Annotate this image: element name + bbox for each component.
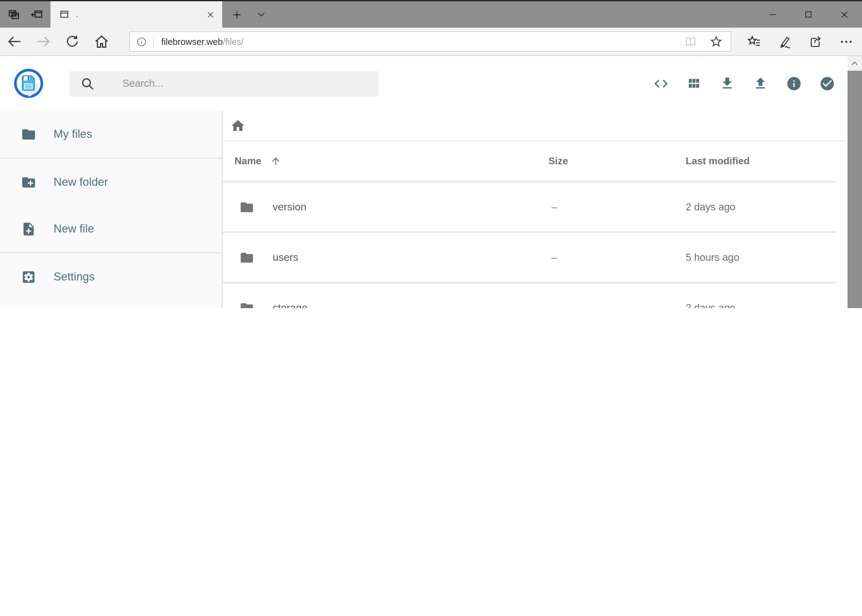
file-plus-icon <box>21 221 36 236</box>
share-icon[interactable] <box>800 27 831 56</box>
column-header-modified[interactable]: Last modified <box>686 156 837 167</box>
sidebar-item-label: Settings <box>54 270 95 284</box>
page-scrollbar[interactable] <box>847 56 862 308</box>
page-content: My files New folder New file Settings <box>0 111 862 308</box>
scroll-up-icon[interactable] <box>847 56 862 71</box>
sidebar-item-my-files[interactable]: My files <box>0 111 222 157</box>
home-icon[interactable] <box>87 27 116 56</box>
file-row[interactable]: version – 2 days ago <box>223 183 837 231</box>
file-modified: 5 hours ago <box>686 251 837 263</box>
file-name: users <box>273 251 298 264</box>
url-text[interactable]: filebrowser.web/files/ <box>161 36 244 46</box>
browser-navbar: filebrowser.web/files/ <box>0 28 862 56</box>
file-listing: Name Size Last modified version – 2 days… <box>223 111 862 308</box>
breadcrumb-home-icon[interactable] <box>230 118 246 133</box>
url-bar[interactable]: filebrowser.web/files/ <box>129 31 731 52</box>
sidebar-item-new-folder[interactable]: New folder <box>0 157 222 206</box>
select-multiple-icon[interactable] <box>810 67 843 100</box>
filebrowser-logo[interactable] <box>14 68 44 98</box>
set-tabs-aside-icon[interactable] <box>30 8 43 21</box>
file-size: – <box>552 302 686 308</box>
sidebar-item-logout[interactable]: Logout <box>0 300 222 308</box>
search-placeholder: Search... <box>123 77 163 89</box>
url-host: filebrowser.web <box>161 36 223 46</box>
sidebar-item-label: New file <box>54 222 94 236</box>
file-row[interactable]: storage – 2 days ago <box>223 282 837 308</box>
sidebar: My files New folder New file Settings <box>0 111 223 308</box>
sidebar-item-label: New folder <box>54 175 108 189</box>
folder-icon <box>240 300 254 308</box>
forward-icon[interactable] <box>29 27 58 56</box>
download-icon[interactable] <box>711 67 744 100</box>
file-size: – <box>552 251 686 263</box>
file-modified: 2 days ago <box>686 302 837 308</box>
sidebar-item-settings[interactable]: Settings <box>0 252 222 300</box>
folder-icon <box>240 250 254 265</box>
list-header: Name Size Last modified <box>223 141 837 181</box>
scrollbar-thumb[interactable] <box>847 71 862 308</box>
file-row[interactable]: users – 5 hours ago <box>223 231 837 282</box>
search-input[interactable]: Search... <box>69 71 378 96</box>
tab-page-icon <box>59 9 69 20</box>
reading-view-icon[interactable] <box>684 35 697 48</box>
sidebar-item-new-file[interactable]: New file <box>0 206 222 252</box>
breadcrumb <box>223 111 845 141</box>
gear-icon <box>21 269 36 284</box>
file-name: version <box>273 201 307 213</box>
more-options-icon[interactable] <box>831 27 862 56</box>
tab-preview-icon[interactable] <box>7 8 20 21</box>
url-divider <box>153 35 154 48</box>
column-header-size[interactable]: Size <box>548 156 686 167</box>
search-icon <box>80 76 95 91</box>
upload-icon[interactable] <box>744 67 777 100</box>
new-tab-icon[interactable] <box>232 9 242 19</box>
close-window-button[interactable] <box>826 1 862 28</box>
minimize-button[interactable] <box>755 1 791 28</box>
refresh-icon[interactable] <box>58 27 87 56</box>
browser-window: . <box>0 0 862 308</box>
url-path: /files/ <box>223 36 244 46</box>
file-modified: 2 days ago <box>686 201 837 213</box>
browser-titlebar: . <box>0 1 862 28</box>
site-info-icon[interactable] <box>130 36 153 47</box>
file-size: – <box>552 201 686 213</box>
web-note-pen-icon[interactable] <box>769 27 800 56</box>
maximize-button[interactable] <box>791 1 826 28</box>
tab-title: . <box>76 10 202 19</box>
app-header: Search... <box>0 56 862 111</box>
browser-tab[interactable]: . <box>50 1 222 28</box>
favorite-star-icon[interactable] <box>710 35 723 48</box>
tab-list-chevron-icon[interactable] <box>257 10 266 19</box>
favorites-hub-icon[interactable] <box>739 27 769 56</box>
back-icon[interactable] <box>0 27 29 56</box>
sidebar-item-label: My files <box>54 127 92 141</box>
column-header-name[interactable]: Name <box>223 156 548 167</box>
folder-plus-icon <box>21 174 36 190</box>
file-list: version – 2 days ago users – 5 hours ago… <box>223 181 837 308</box>
switch-view-icon[interactable] <box>678 67 711 100</box>
tab-close-icon[interactable] <box>206 10 215 19</box>
folder-icon <box>21 126 36 142</box>
folder-icon <box>240 200 254 214</box>
sort-ascending-icon <box>270 156 281 167</box>
info-icon[interactable] <box>777 67 810 100</box>
file-name: storage <box>273 302 307 308</box>
shell-icon[interactable] <box>644 67 678 100</box>
